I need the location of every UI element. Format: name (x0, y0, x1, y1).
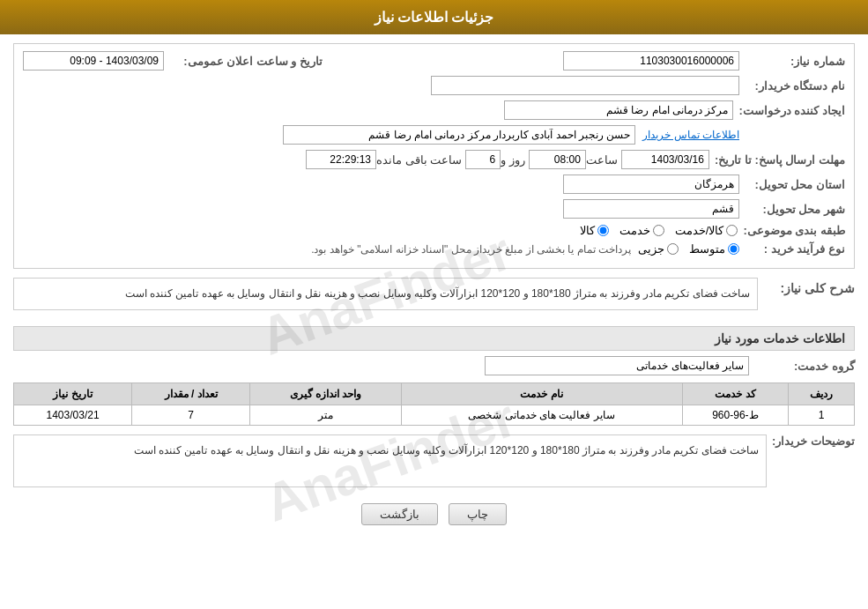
page-wrapper: جزئیات اطلاعات نیاز شماره نیاز: تاریخ و … (0, 0, 868, 609)
buyer-desc-label: توضیحات خریدار: (767, 434, 855, 448)
category-kala-khidmat-radio[interactable] (726, 225, 738, 236)
cell-row: 1 (789, 405, 855, 426)
print-button[interactable]: چاپ (449, 503, 507, 525)
col-quantity: تعداد / مقدار (132, 383, 250, 405)
row-process: نوع فرآیند خرید : متوسط جزیی پرداخت تمام… (23, 242, 845, 256)
need-desc-text: ساخت فضای تکریم مادر وفرزند به متراژ 180… (125, 287, 751, 300)
buyer-desc-text: ساخت فضای تکریم مادر وفرزند به متراژ 180… (134, 444, 760, 457)
response-time-input[interactable] (529, 150, 586, 169)
page-title: جزئیات اطلاعات نیاز (375, 10, 494, 25)
row-category: طبقه بندی موضوعی: کالا/خدمت خدمت کالا (23, 224, 845, 237)
col-date: تاریخ نیاز (14, 383, 132, 405)
station-label: نام دستگاه خریدار: (739, 79, 845, 93)
process-note: پرداخت تمام یا بخشی از مبلغ خریداز محل "… (311, 243, 631, 256)
cell-date: 1403/03/21 (14, 405, 132, 426)
table-header-row: ردیف کد خدمت نام خدمت واحد اندازه گیری ت… (14, 383, 855, 405)
col-unit: واحد اندازه گیری (250, 383, 402, 405)
response-date-input[interactable] (621, 150, 709, 169)
process-jozii-radio[interactable] (667, 243, 679, 255)
row-province: استان محل تحویل: (23, 175, 845, 194)
creator-label: ایجاد کننده درخواست: (733, 104, 845, 117)
creator-input[interactable] (504, 100, 733, 120)
buyer-desc-box: AnaFinder ساخت فضای تکریم مادر وفرزند به… (13, 434, 767, 487)
station-input[interactable] (431, 76, 739, 95)
category-kala-label: کالا (580, 224, 595, 237)
category-khidmat-label: خدمت (619, 224, 650, 237)
row-city: شهر محل تحویل: (23, 199, 845, 219)
category-khidmat: خدمت (619, 224, 664, 237)
announcement-input[interactable] (23, 51, 164, 71)
row-need-number: شماره نیاز: تاریخ و ساعت اعلان عمومی: (23, 51, 845, 71)
category-kala-khidmat: کالا/خدمت (675, 224, 738, 237)
services-table-section: ردیف کد خدمت نام خدمت واحد اندازه گیری ت… (13, 382, 855, 426)
cell-name: سایر فعالیت های خدماتی شخصی (401, 405, 682, 426)
need-number-input[interactable] (563, 51, 739, 71)
response-day-label: روز و (501, 153, 525, 167)
row-need-desc: شرح کلی نیاز: AnaFinder ساخت فضای تکریم … (13, 278, 855, 319)
contact-link[interactable]: اطلاعات تماس خریدار (642, 129, 739, 141)
col-code: کد خدمت (682, 383, 789, 405)
row-station: نام دستگاه خریدار: (23, 76, 845, 95)
process-motavaset-radio[interactable] (728, 243, 739, 255)
services-table: ردیف کد خدمت نام خدمت واحد اندازه گیری ت… (13, 382, 855, 426)
process-jozii: جزیی (638, 242, 679, 256)
province-label: استان محل تحویل: (739, 178, 845, 191)
row-response-deadline: مهلت ارسال پاسخ: تا تاریخ: ساعت روز و سا… (23, 150, 845, 169)
content-area: شماره نیاز: تاریخ و ساعت اعلان عمومی: نا… (0, 34, 868, 534)
response-days-input[interactable] (465, 150, 501, 169)
cell-quantity: 7 (132, 405, 250, 426)
remaining-label: ساعت باقی مانده (376, 153, 462, 167)
city-input[interactable] (563, 199, 739, 219)
category-radio-group: کالا/خدمت خدمت کالا (580, 224, 738, 237)
process-motavaset: متوسط (689, 242, 739, 256)
row-creator: ایجاد کننده درخواست: (23, 100, 845, 120)
need-number-label: شماره نیاز: (739, 55, 845, 68)
process-motavaset-label: متوسط (689, 242, 725, 256)
response-deadline-label: مهلت ارسال پاسخ: تا تاریخ: (709, 153, 845, 167)
row-creator-person: اطلاعات تماس خریدار (23, 125, 845, 145)
process-label: نوع فرآیند خرید : (739, 242, 845, 256)
cell-code: ط-96-960 (682, 405, 789, 426)
buyer-desc-row: توضیحات خریدار: AnaFinder ساخت فضای تکری… (13, 434, 855, 494)
top-info-section: شماره نیاز: تاریخ و ساعت اعلان عمومی: نا… (13, 43, 855, 269)
process-radio-group: متوسط جزیی (638, 242, 739, 256)
service-group-label: گروه خدمت: (749, 360, 855, 373)
response-time-label: ساعت (586, 153, 618, 167)
remaining-time-input[interactable] (306, 150, 376, 169)
category-kala: کالا (580, 224, 609, 237)
category-khidmat-radio[interactable] (653, 225, 664, 236)
city-label: شهر محل تحویل: (739, 203, 845, 216)
need-desc-title: شرح کلی نیاز: (758, 278, 855, 295)
col-row: ردیف (789, 383, 855, 405)
services-section-title: اطلاعات خدمات مورد نیاز (13, 326, 855, 351)
row-service-group: گروه خدمت: (13, 356, 855, 375)
category-kala-radio[interactable] (597, 225, 609, 236)
announcement-label: تاریخ و ساعت اعلان عمومی: (164, 55, 323, 68)
process-jozii-label: جزیی (638, 242, 664, 256)
creator-person-input[interactable] (283, 125, 635, 145)
cell-unit: متر (250, 405, 402, 426)
need-desc-box: AnaFinder ساخت فضای تکریم مادر وفرزند به… (13, 278, 758, 310)
province-input[interactable] (563, 175, 739, 194)
service-group-input[interactable] (485, 356, 749, 375)
category-label: طبقه بندی موضوعی: (738, 224, 845, 237)
back-button[interactable]: بازگشت (361, 503, 438, 525)
table-row: 1 ط-96-960 سایر فعالیت های خدماتی شخصی م… (14, 405, 855, 426)
button-row: چاپ بازگشت (13, 503, 855, 525)
category-kala-khidmat-label: کالا/خدمت (675, 224, 724, 237)
page-header: جزئیات اطلاعات نیاز (0, 0, 868, 34)
col-name: نام خدمت (401, 383, 682, 405)
